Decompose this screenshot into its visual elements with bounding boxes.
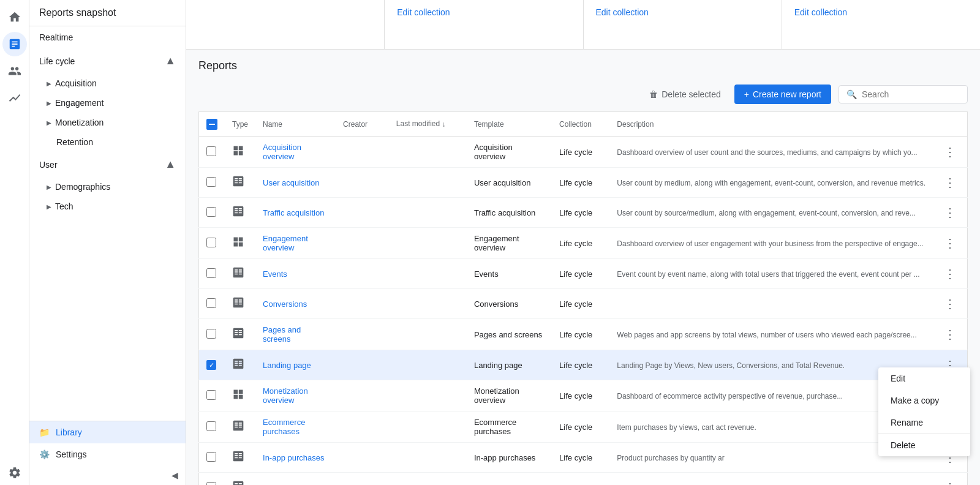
search-input[interactable] (862, 89, 960, 99)
analytics-icon[interactable] (2, 32, 27, 56)
type-icon (232, 299, 244, 311)
sidebar-item-engagement[interactable]: ▶ Engagement (29, 93, 186, 113)
creator-cell (336, 168, 389, 198)
search-box[interactable]: 🔍 (839, 85, 968, 103)
row-checkbox[interactable] (206, 421, 216, 431)
edit-collection-link-1[interactable]: Edit collection (397, 7, 450, 17)
type-cell (225, 228, 255, 259)
sidebar-item-tech[interactable]: ▶ Tech (29, 197, 186, 216)
sidebar-collapse-button[interactable]: ◀ (29, 465, 186, 485)
collection-cell: Life cycle (552, 473, 609, 486)
table-row: Landing page Landing page Life cycle Lan… (199, 350, 968, 380)
header-type: Type (225, 112, 255, 137)
header-checkbox[interactable] (206, 119, 217, 130)
row-checkbox-checked[interactable] (206, 360, 216, 370)
template-cell: User acquisition (467, 168, 552, 198)
row-checkbox[interactable] (206, 268, 216, 278)
name-cell: Traffic acquisition (255, 198, 336, 228)
row-checkbox[interactable] (206, 177, 216, 187)
checkbox-cell (199, 319, 225, 350)
report-name-link[interactable]: In-app purchases (263, 453, 324, 462)
checkbox-cell (199, 412, 225, 443)
trash-icon: 🗑 (649, 89, 658, 99)
more-options-button[interactable]: ⋮ (940, 295, 960, 312)
header-modified[interactable]: Last modified ↓ (389, 112, 467, 137)
actions-cell: ⋮ (933, 168, 968, 198)
report-name-link[interactable]: Landing page (263, 361, 311, 370)
type-icon (232, 422, 244, 434)
settings-icon[interactable] (2, 461, 27, 485)
type-icon (232, 238, 244, 250)
edit-collection-link-2[interactable]: Edit collection (596, 7, 649, 17)
sidebar-item-acquisition[interactable]: ▶ Acquisition (29, 73, 186, 93)
context-menu-delete[interactable]: Delete (878, 434, 970, 456)
context-menu-rename[interactable]: Rename (878, 412, 970, 434)
more-options-button[interactable]: ⋮ (940, 265, 960, 282)
report-name-link[interactable]: User acquisition (263, 178, 320, 187)
sidebar-item-demographics[interactable]: ▶ Demographics (29, 177, 186, 197)
more-options-button[interactable]: ⋮ (940, 235, 960, 252)
sidebar-section-lifecycle[interactable]: Life cycle ▲ (29, 48, 186, 73)
edit-collection-link-3[interactable]: Edit collection (794, 7, 847, 17)
sidebar-item-monetization[interactable]: ▶ Monetization (29, 113, 186, 132)
context-menu: Edit Make a copy Rename Delete (878, 367, 970, 456)
row-checkbox[interactable] (206, 482, 216, 486)
checkbox-cell (199, 259, 225, 289)
modified-cell (389, 168, 467, 198)
type-icon (232, 269, 244, 281)
sidebar-section-user[interactable]: User ▲ (29, 152, 186, 177)
name-cell: Publisher ads (255, 473, 336, 486)
sidebar-item-library[interactable]: 📁 Library (29, 421, 186, 443)
more-options-button[interactable]: ⋮ (940, 326, 960, 343)
report-name-link[interactable]: Traffic acquisition (263, 208, 324, 217)
report-name-link[interactable]: Events (263, 269, 287, 279)
row-checkbox[interactable] (206, 146, 216, 156)
modified-cell (389, 412, 467, 443)
report-description: Product purchases by quantity ar (617, 454, 724, 462)
home-icon[interactable] (2, 5, 27, 29)
more-options-button[interactable]: ⋮ (940, 174, 960, 191)
report-name-link[interactable]: Acquisition overview (263, 143, 301, 161)
more-options-button[interactable]: ⋮ (940, 479, 960, 485)
audience-icon[interactable] (2, 59, 27, 83)
row-checkbox[interactable] (206, 329, 216, 339)
report-description: Item purchases by views, cart act revenu… (617, 423, 756, 432)
name-cell: Pages and screens (255, 319, 336, 350)
table-header: Type Name Creator Last modified ↓ Templa… (199, 112, 968, 137)
table-row: Traffic acquisition Traffic acquisition … (199, 198, 968, 228)
creator-cell (336, 289, 389, 319)
advertising-icon[interactable] (2, 86, 27, 110)
report-name-link[interactable]: Engagement overview (263, 234, 308, 252)
report-name-link[interactable]: Ecommerce purchases (263, 418, 305, 436)
context-menu-copy[interactable]: Make a copy (878, 389, 970, 412)
report-name-link[interactable]: Publisher ads (263, 483, 311, 486)
description-cell: Ad performance by impressions, clicks, a… (609, 473, 933, 486)
row-checkbox[interactable] (206, 298, 216, 308)
name-cell: Ecommerce purchases (255, 412, 336, 443)
report-name-link[interactable]: Pages and screens (263, 325, 301, 344)
report-description: Dashboard overview of user engagement wi… (617, 239, 923, 248)
row-checkbox[interactable] (206, 452, 216, 462)
report-name-link[interactable]: Conversions (263, 299, 307, 309)
user-items: ▶ Demographics ▶ Tech (29, 177, 186, 216)
sidebar-item-retention[interactable]: Retention (29, 132, 186, 152)
create-new-report-button[interactable]: + Create new report (734, 85, 831, 104)
row-checkbox[interactable] (206, 238, 216, 247)
name-cell: Monetization overview (255, 380, 336, 412)
delete-selected-button[interactable]: 🗑 Delete selected (643, 86, 727, 103)
more-options-button[interactable]: ⋮ (940, 143, 960, 160)
template-cell: Events (467, 259, 552, 289)
more-options-button[interactable]: ⋮ (940, 204, 960, 221)
row-checkbox[interactable] (206, 390, 216, 400)
description-cell (609, 289, 933, 319)
reports-toolbar: 🗑 Delete selected + Create new report 🔍 (198, 80, 968, 109)
demographics-arrow-icon: ▶ (47, 184, 51, 190)
report-name-link[interactable]: Monetization overview (263, 386, 308, 405)
collection-cell: Life cycle (552, 350, 609, 380)
description-cell: User count by medium, along with engagem… (609, 168, 933, 198)
header-name: Name (255, 112, 336, 137)
sidebar-item-settings[interactable]: ⚙️ Settings (29, 443, 186, 465)
context-menu-edit[interactable]: Edit (878, 367, 970, 389)
row-checkbox[interactable] (206, 207, 216, 217)
sidebar-item-realtime[interactable]: Realtime (29, 26, 186, 48)
